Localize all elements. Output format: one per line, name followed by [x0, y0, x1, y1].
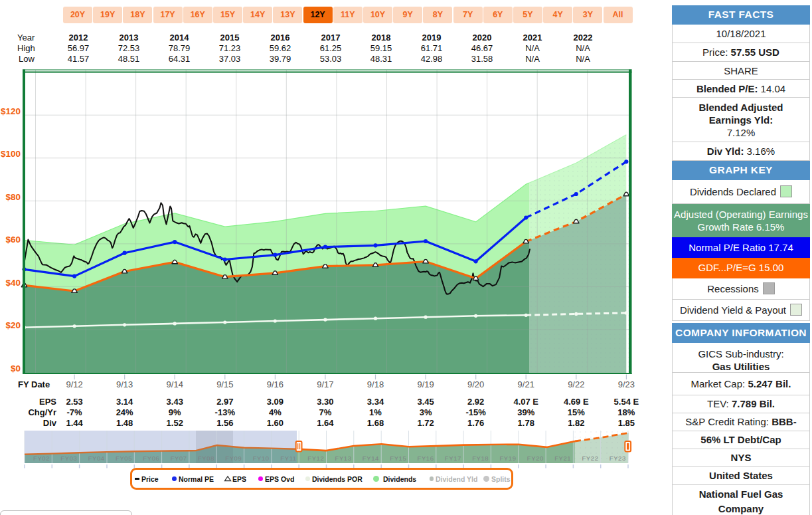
- svg-text:FY14: FY14: [363, 455, 379, 462]
- svg-text:FY15: FY15: [390, 455, 406, 462]
- svg-text:FY11: FY11: [280, 455, 296, 462]
- svg-text:$80: $80: [5, 192, 21, 202]
- svg-text:FY03: FY03: [60, 455, 77, 462]
- svg-text:$100: $100: [1, 149, 21, 159]
- svg-text:FY04: FY04: [88, 455, 105, 462]
- svg-text:FY19: FY19: [499, 455, 516, 462]
- svg-text:FY23: FY23: [609, 455, 626, 462]
- svg-text:FY22: FY22: [582, 455, 598, 462]
- svg-text:FY09: FY09: [225, 455, 242, 462]
- svg-text:FY21: FY21: [554, 455, 571, 462]
- svg-text:$40: $40: [5, 278, 21, 288]
- svg-text:FY10: FY10: [253, 455, 270, 462]
- svg-text:$20: $20: [5, 320, 21, 330]
- svg-text:FY07: FY07: [171, 455, 187, 462]
- svg-text:$120: $120: [1, 106, 21, 116]
- svg-text:FY13: FY13: [335, 455, 352, 462]
- svg-text:FY08: FY08: [198, 455, 214, 462]
- svg-text:FY05: FY05: [116, 455, 132, 462]
- svg-text:$0: $0: [11, 363, 21, 373]
- svg-text:FY18: FY18: [472, 455, 489, 462]
- svg-text:FY12: FY12: [307, 455, 324, 462]
- svg-text:FY16: FY16: [418, 455, 434, 462]
- svg-text:FY06: FY06: [143, 455, 159, 462]
- svg-text:FY02: FY02: [33, 455, 50, 462]
- svg-text:FY20: FY20: [527, 455, 544, 462]
- svg-text:$60: $60: [5, 235, 21, 245]
- svg-text:FY17: FY17: [445, 455, 461, 462]
